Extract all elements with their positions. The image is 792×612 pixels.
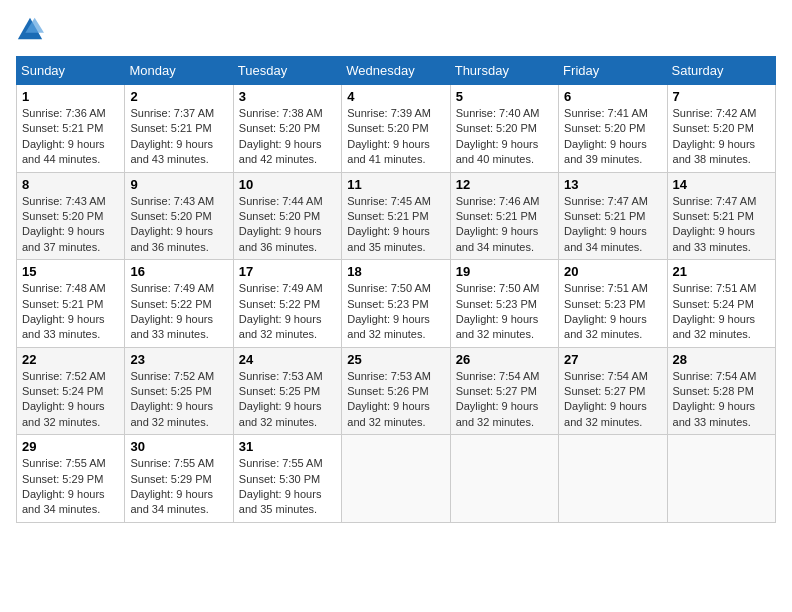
day-cell-23: 23 Sunrise: 7:52 AM Sunset: 5:25 PM Dayl… [125,347,233,435]
day-number: 1 [22,89,119,104]
day-cell-21: 21 Sunrise: 7:51 AM Sunset: 5:24 PM Dayl… [667,260,775,348]
day-info: Sunrise: 7:36 AM Sunset: 5:21 PM Dayligh… [22,106,119,168]
day-cell-12: 12 Sunrise: 7:46 AM Sunset: 5:21 PM Dayl… [450,172,558,260]
day-number: 28 [673,352,770,367]
day-cell-3: 3 Sunrise: 7:38 AM Sunset: 5:20 PM Dayli… [233,85,341,173]
day-info: Sunrise: 7:47 AM Sunset: 5:21 PM Dayligh… [564,194,661,256]
day-info: Sunrise: 7:51 AM Sunset: 5:24 PM Dayligh… [673,281,770,343]
day-info: Sunrise: 7:53 AM Sunset: 5:26 PM Dayligh… [347,369,444,431]
day-number: 29 [22,439,119,454]
day-info: Sunrise: 7:43 AM Sunset: 5:20 PM Dayligh… [22,194,119,256]
calendar-header-row: SundayMondayTuesdayWednesdayThursdayFrid… [17,57,776,85]
calendar-table: SundayMondayTuesdayWednesdayThursdayFrid… [16,56,776,523]
day-number: 15 [22,264,119,279]
day-info: Sunrise: 7:54 AM Sunset: 5:27 PM Dayligh… [564,369,661,431]
day-info: Sunrise: 7:38 AM Sunset: 5:20 PM Dayligh… [239,106,336,168]
day-number: 24 [239,352,336,367]
day-number: 12 [456,177,553,192]
day-cell-8: 8 Sunrise: 7:43 AM Sunset: 5:20 PM Dayli… [17,172,125,260]
day-header-saturday: Saturday [667,57,775,85]
day-info: Sunrise: 7:45 AM Sunset: 5:21 PM Dayligh… [347,194,444,256]
day-info: Sunrise: 7:37 AM Sunset: 5:21 PM Dayligh… [130,106,227,168]
day-cell-27: 27 Sunrise: 7:54 AM Sunset: 5:27 PM Dayl… [559,347,667,435]
day-number: 17 [239,264,336,279]
day-info: Sunrise: 7:44 AM Sunset: 5:20 PM Dayligh… [239,194,336,256]
day-info: Sunrise: 7:54 AM Sunset: 5:28 PM Dayligh… [673,369,770,431]
empty-cell [559,435,667,523]
calendar-week-5: 29 Sunrise: 7:55 AM Sunset: 5:29 PM Dayl… [17,435,776,523]
day-number: 25 [347,352,444,367]
day-info: Sunrise: 7:51 AM Sunset: 5:23 PM Dayligh… [564,281,661,343]
day-header-sunday: Sunday [17,57,125,85]
day-number: 21 [673,264,770,279]
page-header [16,16,776,44]
logo [16,16,46,44]
calendar-body: 1 Sunrise: 7:36 AM Sunset: 5:21 PM Dayli… [17,85,776,523]
day-cell-28: 28 Sunrise: 7:54 AM Sunset: 5:28 PM Dayl… [667,347,775,435]
day-number: 6 [564,89,661,104]
day-number: 11 [347,177,444,192]
day-cell-1: 1 Sunrise: 7:36 AM Sunset: 5:21 PM Dayli… [17,85,125,173]
day-info: Sunrise: 7:52 AM Sunset: 5:24 PM Dayligh… [22,369,119,431]
day-cell-29: 29 Sunrise: 7:55 AM Sunset: 5:29 PM Dayl… [17,435,125,523]
day-number: 23 [130,352,227,367]
day-number: 31 [239,439,336,454]
day-cell-26: 26 Sunrise: 7:54 AM Sunset: 5:27 PM Dayl… [450,347,558,435]
day-cell-13: 13 Sunrise: 7:47 AM Sunset: 5:21 PM Dayl… [559,172,667,260]
day-cell-15: 15 Sunrise: 7:48 AM Sunset: 5:21 PM Dayl… [17,260,125,348]
day-header-thursday: Thursday [450,57,558,85]
day-number: 20 [564,264,661,279]
day-info: Sunrise: 7:55 AM Sunset: 5:30 PM Dayligh… [239,456,336,518]
day-cell-25: 25 Sunrise: 7:53 AM Sunset: 5:26 PM Dayl… [342,347,450,435]
day-info: Sunrise: 7:50 AM Sunset: 5:23 PM Dayligh… [347,281,444,343]
day-number: 2 [130,89,227,104]
day-info: Sunrise: 7:48 AM Sunset: 5:21 PM Dayligh… [22,281,119,343]
day-number: 3 [239,89,336,104]
day-info: Sunrise: 7:55 AM Sunset: 5:29 PM Dayligh… [22,456,119,518]
day-number: 30 [130,439,227,454]
day-cell-10: 10 Sunrise: 7:44 AM Sunset: 5:20 PM Dayl… [233,172,341,260]
day-cell-20: 20 Sunrise: 7:51 AM Sunset: 5:23 PM Dayl… [559,260,667,348]
day-number: 13 [564,177,661,192]
day-cell-19: 19 Sunrise: 7:50 AM Sunset: 5:23 PM Dayl… [450,260,558,348]
day-number: 8 [22,177,119,192]
day-number: 27 [564,352,661,367]
day-info: Sunrise: 7:47 AM Sunset: 5:21 PM Dayligh… [673,194,770,256]
calendar-week-4: 22 Sunrise: 7:52 AM Sunset: 5:24 PM Dayl… [17,347,776,435]
day-info: Sunrise: 7:40 AM Sunset: 5:20 PM Dayligh… [456,106,553,168]
day-header-monday: Monday [125,57,233,85]
day-info: Sunrise: 7:55 AM Sunset: 5:29 PM Dayligh… [130,456,227,518]
day-info: Sunrise: 7:46 AM Sunset: 5:21 PM Dayligh… [456,194,553,256]
calendar-week-2: 8 Sunrise: 7:43 AM Sunset: 5:20 PM Dayli… [17,172,776,260]
day-header-friday: Friday [559,57,667,85]
day-number: 19 [456,264,553,279]
day-info: Sunrise: 7:52 AM Sunset: 5:25 PM Dayligh… [130,369,227,431]
day-cell-7: 7 Sunrise: 7:42 AM Sunset: 5:20 PM Dayli… [667,85,775,173]
day-cell-6: 6 Sunrise: 7:41 AM Sunset: 5:20 PM Dayli… [559,85,667,173]
day-cell-2: 2 Sunrise: 7:37 AM Sunset: 5:21 PM Dayli… [125,85,233,173]
day-cell-5: 5 Sunrise: 7:40 AM Sunset: 5:20 PM Dayli… [450,85,558,173]
day-number: 9 [130,177,227,192]
day-number: 7 [673,89,770,104]
day-info: Sunrise: 7:41 AM Sunset: 5:20 PM Dayligh… [564,106,661,168]
day-cell-16: 16 Sunrise: 7:49 AM Sunset: 5:22 PM Dayl… [125,260,233,348]
day-number: 18 [347,264,444,279]
day-cell-22: 22 Sunrise: 7:52 AM Sunset: 5:24 PM Dayl… [17,347,125,435]
day-info: Sunrise: 7:42 AM Sunset: 5:20 PM Dayligh… [673,106,770,168]
day-cell-4: 4 Sunrise: 7:39 AM Sunset: 5:20 PM Dayli… [342,85,450,173]
day-cell-30: 30 Sunrise: 7:55 AM Sunset: 5:29 PM Dayl… [125,435,233,523]
day-header-tuesday: Tuesday [233,57,341,85]
day-info: Sunrise: 7:39 AM Sunset: 5:20 PM Dayligh… [347,106,444,168]
calendar-week-1: 1 Sunrise: 7:36 AM Sunset: 5:21 PM Dayli… [17,85,776,173]
logo-icon [16,16,44,44]
empty-cell [667,435,775,523]
day-cell-17: 17 Sunrise: 7:49 AM Sunset: 5:22 PM Dayl… [233,260,341,348]
day-info: Sunrise: 7:49 AM Sunset: 5:22 PM Dayligh… [130,281,227,343]
empty-cell [450,435,558,523]
day-info: Sunrise: 7:49 AM Sunset: 5:22 PM Dayligh… [239,281,336,343]
day-number: 4 [347,89,444,104]
day-info: Sunrise: 7:53 AM Sunset: 5:25 PM Dayligh… [239,369,336,431]
day-info: Sunrise: 7:50 AM Sunset: 5:23 PM Dayligh… [456,281,553,343]
day-cell-9: 9 Sunrise: 7:43 AM Sunset: 5:20 PM Dayli… [125,172,233,260]
day-info: Sunrise: 7:43 AM Sunset: 5:20 PM Dayligh… [130,194,227,256]
